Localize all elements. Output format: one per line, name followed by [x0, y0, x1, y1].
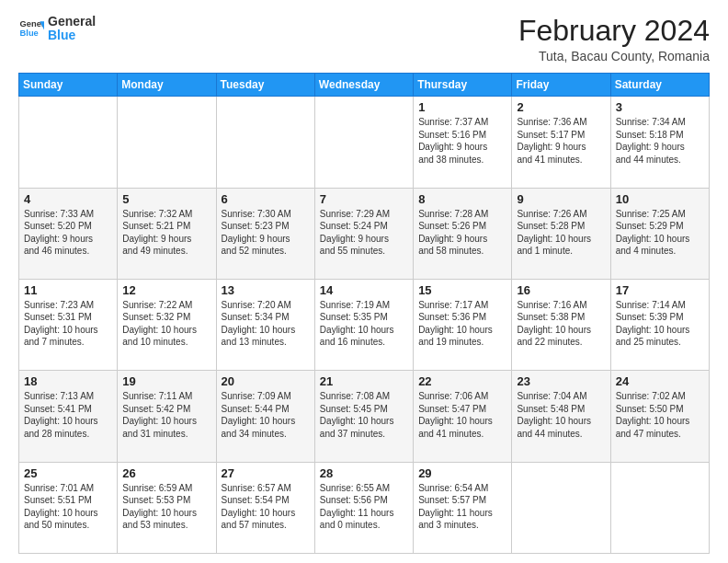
calendar-cell: 13Sunrise: 7:20 AM Sunset: 5:34 PM Dayli… [216, 279, 314, 370]
calendar-cell: 4Sunrise: 7:33 AM Sunset: 5:20 PM Daylig… [19, 188, 118, 279]
cell-day-number: 17 [616, 283, 704, 297]
cell-info: Sunrise: 7:06 AM Sunset: 5:47 PM Dayligh… [418, 390, 506, 440]
location: Tuta, Bacau County, Romania [518, 49, 710, 63]
calendar-cell [216, 97, 314, 188]
calendar-header-wednesday: Wednesday [314, 74, 413, 97]
calendar-week-1: 4Sunrise: 7:33 AM Sunset: 5:20 PM Daylig… [19, 188, 710, 279]
calendar-cell: 9Sunrise: 7:26 AM Sunset: 5:28 PM Daylig… [512, 188, 610, 279]
calendar-cell: 10Sunrise: 7:25 AM Sunset: 5:29 PM Dayli… [610, 188, 709, 279]
calendar-cell: 16Sunrise: 7:16 AM Sunset: 5:38 PM Dayli… [512, 279, 610, 370]
calendar-cell: 2Sunrise: 7:36 AM Sunset: 5:17 PM Daylig… [512, 97, 610, 188]
cell-info: Sunrise: 7:25 AM Sunset: 5:29 PM Dayligh… [616, 208, 704, 258]
calendar-cell: 23Sunrise: 7:04 AM Sunset: 5:48 PM Dayli… [512, 371, 610, 462]
calendar-week-2: 11Sunrise: 7:23 AM Sunset: 5:31 PM Dayli… [19, 279, 710, 370]
calendar-cell: 28Sunrise: 6:55 AM Sunset: 5:56 PM Dayli… [314, 462, 413, 553]
calendar-cell [19, 97, 118, 188]
cell-info: Sunrise: 7:02 AM Sunset: 5:50 PM Dayligh… [616, 390, 704, 440]
calendar-cell: 1Sunrise: 7:37 AM Sunset: 5:16 PM Daylig… [414, 97, 512, 188]
calendar-cell [610, 462, 709, 553]
calendar-cell: 24Sunrise: 7:02 AM Sunset: 5:50 PM Dayli… [610, 371, 709, 462]
cell-day-number: 13 [222, 283, 310, 297]
calendar: SundayMondayTuesdayWednesdayThursdayFrid… [18, 73, 710, 554]
cell-day-number: 7 [320, 192, 408, 206]
cell-day-number: 27 [222, 466, 310, 480]
calendar-cell: 6Sunrise: 7:30 AM Sunset: 5:23 PM Daylig… [216, 188, 314, 279]
calendar-cell [314, 97, 413, 188]
cell-info: Sunrise: 7:09 AM Sunset: 5:44 PM Dayligh… [222, 390, 310, 440]
title-block: February 2024 Tuta, Bacau County, Romani… [518, 15, 710, 63]
cell-day-number: 2 [517, 100, 605, 114]
cell-info: Sunrise: 7:28 AM Sunset: 5:26 PM Dayligh… [418, 208, 506, 258]
calendar-header-saturday: Saturday [610, 74, 709, 97]
cell-day-number: 19 [122, 374, 210, 388]
calendar-cell: 8Sunrise: 7:28 AM Sunset: 5:26 PM Daylig… [414, 188, 512, 279]
logo-blue: Blue [48, 29, 96, 42]
cell-day-number: 9 [517, 192, 605, 206]
calendar-cell: 27Sunrise: 6:57 AM Sunset: 5:54 PM Dayli… [216, 462, 314, 553]
calendar-cell: 5Sunrise: 7:32 AM Sunset: 5:21 PM Daylig… [118, 188, 216, 279]
cell-day-number: 8 [418, 192, 506, 206]
cell-day-number: 6 [222, 192, 310, 206]
cell-info: Sunrise: 7:16 AM Sunset: 5:38 PM Dayligh… [517, 299, 605, 349]
cell-day-number: 14 [320, 283, 408, 297]
cell-day-number: 22 [418, 374, 506, 388]
cell-day-number: 21 [320, 374, 408, 388]
cell-day-number: 18 [24, 374, 112, 388]
cell-info: Sunrise: 7:37 AM Sunset: 5:16 PM Dayligh… [418, 116, 506, 166]
cell-info: Sunrise: 7:22 AM Sunset: 5:32 PM Dayligh… [122, 299, 210, 349]
logo-general: General [48, 15, 96, 29]
calendar-cell: 7Sunrise: 7:29 AM Sunset: 5:24 PM Daylig… [314, 188, 413, 279]
calendar-week-4: 25Sunrise: 7:01 AM Sunset: 5:51 PM Dayli… [19, 462, 710, 553]
svg-text:Blue: Blue [20, 29, 39, 38]
cell-day-number: 23 [517, 374, 605, 388]
cell-info: Sunrise: 7:19 AM Sunset: 5:35 PM Dayligh… [320, 299, 408, 349]
cell-day-number: 12 [122, 283, 210, 297]
calendar-cell: 25Sunrise: 7:01 AM Sunset: 5:51 PM Dayli… [19, 462, 118, 553]
cell-info: Sunrise: 7:36 AM Sunset: 5:17 PM Dayligh… [517, 116, 605, 166]
cell-info: Sunrise: 7:29 AM Sunset: 5:24 PM Dayligh… [320, 208, 408, 258]
cell-day-number: 11 [24, 283, 112, 297]
calendar-cell: 17Sunrise: 7:14 AM Sunset: 5:39 PM Dayli… [610, 279, 709, 370]
cell-info: Sunrise: 7:26 AM Sunset: 5:28 PM Dayligh… [517, 208, 605, 258]
calendar-cell: 22Sunrise: 7:06 AM Sunset: 5:47 PM Dayli… [414, 371, 512, 462]
cell-day-number: 16 [517, 283, 605, 297]
calendar-cell: 19Sunrise: 7:11 AM Sunset: 5:42 PM Dayli… [118, 371, 216, 462]
calendar-cell: 12Sunrise: 7:22 AM Sunset: 5:32 PM Dayli… [118, 279, 216, 370]
cell-info: Sunrise: 6:57 AM Sunset: 5:54 PM Dayligh… [222, 482, 310, 532]
calendar-header-friday: Friday [512, 74, 610, 97]
cell-info: Sunrise: 7:20 AM Sunset: 5:34 PM Dayligh… [222, 299, 310, 349]
cell-info: Sunrise: 7:14 AM Sunset: 5:39 PM Dayligh… [616, 299, 704, 349]
calendar-cell: 15Sunrise: 7:17 AM Sunset: 5:36 PM Dayli… [414, 279, 512, 370]
cell-info: Sunrise: 7:34 AM Sunset: 5:18 PM Dayligh… [616, 116, 704, 166]
cell-info: Sunrise: 6:54 AM Sunset: 5:57 PM Dayligh… [418, 482, 506, 532]
cell-info: Sunrise: 7:33 AM Sunset: 5:20 PM Dayligh… [24, 208, 112, 258]
month-title: February 2024 [518, 15, 710, 47]
calendar-cell: 14Sunrise: 7:19 AM Sunset: 5:35 PM Dayli… [314, 279, 413, 370]
cell-day-number: 5 [122, 192, 210, 206]
cell-day-number: 29 [418, 466, 506, 480]
cell-info: Sunrise: 7:08 AM Sunset: 5:45 PM Dayligh… [320, 390, 408, 440]
cell-info: Sunrise: 7:04 AM Sunset: 5:48 PM Dayligh… [517, 390, 605, 440]
cell-day-number: 10 [616, 192, 704, 206]
cell-day-number: 25 [24, 466, 112, 480]
calendar-header-thursday: Thursday [414, 74, 512, 97]
cell-day-number: 1 [418, 100, 506, 114]
calendar-cell: 3Sunrise: 7:34 AM Sunset: 5:18 PM Daylig… [610, 97, 709, 188]
cell-day-number: 20 [222, 374, 310, 388]
cell-day-number: 28 [320, 466, 408, 480]
cell-info: Sunrise: 6:55 AM Sunset: 5:56 PM Dayligh… [320, 482, 408, 532]
calendar-week-0: 1Sunrise: 7:37 AM Sunset: 5:16 PM Daylig… [19, 97, 710, 188]
svg-text:General: General [20, 20, 44, 29]
calendar-cell [118, 97, 216, 188]
calendar-cell: 21Sunrise: 7:08 AM Sunset: 5:45 PM Dayli… [314, 371, 413, 462]
calendar-cell: 11Sunrise: 7:23 AM Sunset: 5:31 PM Dayli… [19, 279, 118, 370]
cell-info: Sunrise: 7:23 AM Sunset: 5:31 PM Dayligh… [24, 299, 112, 349]
calendar-header-monday: Monday [118, 74, 216, 97]
cell-info: Sunrise: 6:59 AM Sunset: 5:53 PM Dayligh… [122, 482, 210, 532]
calendar-header-tuesday: Tuesday [216, 74, 314, 97]
calendar-cell: 18Sunrise: 7:13 AM Sunset: 5:41 PM Dayli… [19, 371, 118, 462]
cell-day-number: 26 [122, 466, 210, 480]
calendar-cell: 20Sunrise: 7:09 AM Sunset: 5:44 PM Dayli… [216, 371, 314, 462]
cell-info: Sunrise: 7:32 AM Sunset: 5:21 PM Dayligh… [122, 208, 210, 258]
cell-info: Sunrise: 7:01 AM Sunset: 5:51 PM Dayligh… [24, 482, 112, 532]
